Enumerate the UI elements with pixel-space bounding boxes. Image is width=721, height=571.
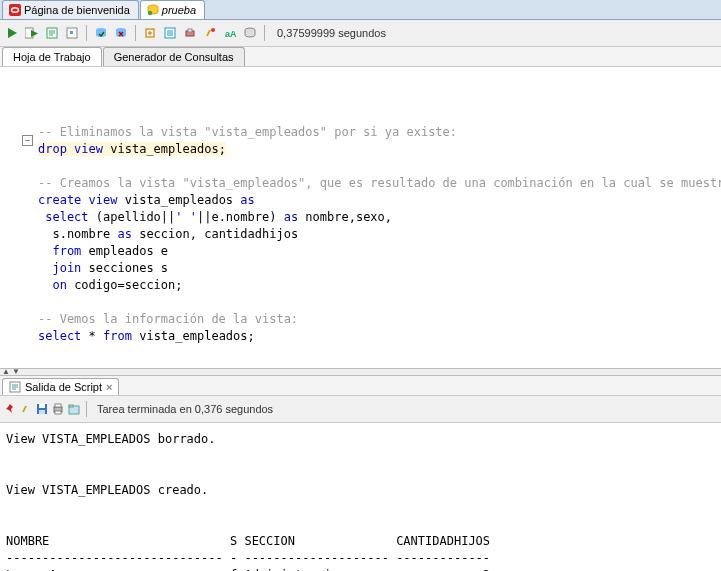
sql-history-button[interactable] [162, 25, 178, 41]
db-icon [147, 4, 159, 16]
oracle-icon [9, 4, 21, 16]
rollback-button[interactable] [113, 25, 129, 41]
svg-rect-22 [55, 404, 61, 407]
fold-handle[interactable]: − [22, 135, 33, 146]
separator [86, 401, 87, 417]
save-output-button[interactable] [36, 403, 48, 415]
output-line: View VISTA_EMPLEADOS borrado. [6, 432, 216, 446]
sql-editor[interactable]: − -- Eliminamos la vista "vista_empleado… [0, 67, 721, 368]
output-tab-script[interactable]: Salida de Script × [2, 378, 119, 395]
print-button[interactable] [52, 403, 64, 415]
unshared-button[interactable] [142, 25, 158, 41]
run-button[interactable] [4, 25, 20, 41]
elapsed-time: 0,37599999 segundos [277, 27, 386, 39]
connection-tabs: Página de bienvenida prueba [0, 0, 721, 20]
subtab-worksheet[interactable]: Hoja de Trabajo [2, 47, 102, 66]
separator [135, 25, 136, 41]
svg-point-3 [148, 11, 152, 15]
script-output-icon [9, 381, 21, 393]
close-icon[interactable]: × [106, 381, 112, 393]
output-header: NOMBRE S SECCION CANTIDADHIJOS [6, 534, 490, 548]
svg-rect-25 [69, 405, 73, 407]
svg-text:aA: aA [225, 29, 236, 39]
format-button[interactable] [202, 25, 218, 41]
output-tabs: Salida de Script × [0, 376, 721, 396]
task-status: Tarea terminada en 0,376 segundos [97, 403, 273, 415]
tab-prueba[interactable]: prueba [140, 0, 205, 19]
svg-rect-23 [55, 411, 61, 414]
autotrace-button[interactable] [64, 25, 80, 41]
clear-output-button[interactable] [20, 403, 32, 415]
editor-content: -- Eliminamos la vista "vista_empleados"… [38, 124, 721, 345]
tab-welcome[interactable]: Página de bienvenida [2, 0, 139, 19]
pin-button[interactable] [4, 403, 16, 415]
run-script-button[interactable] [24, 25, 40, 41]
main-toolbar: aA 0,37599999 segundos [0, 20, 721, 47]
to-uppercase-button[interactable]: aA [222, 25, 238, 41]
output-tab-label: Salida de Script [25, 381, 102, 393]
svg-rect-20 [39, 410, 45, 414]
db-info-button[interactable] [242, 25, 258, 41]
tab-label: Página de bienvenida [24, 4, 130, 16]
separator [264, 25, 265, 41]
svg-rect-13 [188, 29, 192, 32]
svg-rect-7 [70, 31, 73, 34]
worksheet-subtabs: Hoja de Trabajo Generador de Consultas [0, 47, 721, 67]
output-sep: ------------------------------ - -------… [6, 551, 490, 565]
script-output[interactable]: View VISTA_EMPLEADOS borrado. View VISTA… [0, 423, 721, 571]
separator [86, 25, 87, 41]
svg-point-14 [211, 28, 215, 32]
tab-label: prueba [162, 4, 196, 16]
subtab-querybuilder[interactable]: Generador de Consultas [103, 47, 245, 66]
output-line: View VISTA_EMPLEADOS creado. [6, 483, 208, 497]
chevron-up-icon: ▲ [2, 369, 10, 375]
splitter[interactable]: ▲▼ [0, 368, 721, 376]
svg-rect-19 [39, 404, 45, 408]
output-toolbar: Tarea terminada en 0,376 segundos [0, 396, 721, 423]
open-file-button[interactable] [68, 403, 80, 415]
commit-button[interactable] [93, 25, 109, 41]
chevron-down-icon: ▼ [12, 369, 20, 375]
clear-button[interactable] [182, 25, 198, 41]
explain-plan-button[interactable] [44, 25, 60, 41]
